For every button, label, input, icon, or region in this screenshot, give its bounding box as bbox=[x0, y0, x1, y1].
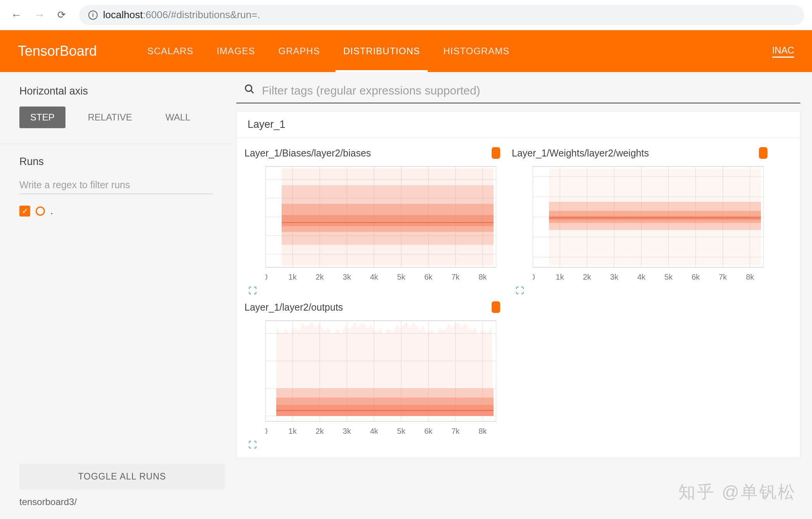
svg-text:5k: 5k bbox=[397, 273, 406, 281]
logo: TensorBoard bbox=[18, 43, 97, 59]
divider bbox=[0, 144, 232, 144]
axis-buttons: STEP RELATIVE WALL bbox=[19, 107, 213, 128]
sidebar: Horizontal axis STEP RELATIVE WALL Runs … bbox=[0, 72, 232, 519]
runs-title: Runs bbox=[19, 156, 213, 168]
axis-wall-button[interactable]: WALL bbox=[155, 107, 201, 128]
browser-bar: ← → ⟳ i localhost:6006/#distributions&ru… bbox=[0, 0, 812, 30]
chart-plot[interactable]: -4-202401k2k3k4k5k6k7k8k bbox=[533, 163, 764, 283]
expand-icon[interactable]: ⛶ bbox=[248, 440, 257, 450]
tab-images[interactable]: IMAGES bbox=[217, 30, 255, 72]
chart-run-badge[interactable] bbox=[492, 301, 500, 313]
header-tabs: SCALARS IMAGES GRAPHS DISTRIBUTIONS HIST… bbox=[147, 30, 509, 72]
info-icon[interactable]: i bbox=[88, 10, 98, 20]
svg-text:4k: 4k bbox=[637, 273, 646, 281]
svg-text:0: 0 bbox=[533, 273, 535, 281]
url-bar[interactable]: i localhost:6006/#distributions&run=. bbox=[79, 5, 804, 25]
chart-card: Layer_1/Weights/layer2/weights -4-202401… bbox=[508, 146, 771, 296]
svg-text:4k: 4k bbox=[370, 273, 378, 281]
run-item[interactable]: ✓ . bbox=[19, 205, 213, 217]
filter-row bbox=[236, 81, 800, 103]
axis-title: Horizontal axis bbox=[19, 85, 213, 97]
svg-text:3k: 3k bbox=[610, 273, 619, 281]
tab-graphs[interactable]: GRAPHS bbox=[279, 30, 320, 72]
svg-point-0 bbox=[246, 85, 252, 91]
expand-icon[interactable]: ⛶ bbox=[516, 286, 524, 296]
svg-text:6k: 6k bbox=[692, 273, 700, 281]
app-header: TensorBoard SCALARS IMAGES GRAPHS DISTRI… bbox=[0, 30, 812, 72]
group-header[interactable]: Layer_1 bbox=[236, 111, 800, 138]
tag-filter-input[interactable] bbox=[262, 84, 793, 97]
svg-text:5k: 5k bbox=[664, 273, 673, 281]
chart-plot[interactable]: -2-101201k2k3k4k5k6k7k8k bbox=[265, 163, 496, 283]
svg-text:7k: 7k bbox=[719, 273, 727, 281]
logdir-text: tensorboard3/ bbox=[19, 497, 213, 507]
content: Layer_1 Layer_1/Biases/layer2/biases -2-… bbox=[232, 72, 812, 519]
tab-scalars[interactable]: SCALARS bbox=[147, 30, 193, 72]
chart-title: Layer_1/Biases/layer2/biases bbox=[244, 148, 371, 159]
svg-text:1k: 1k bbox=[556, 273, 564, 281]
charts-grid: Layer_1/Biases/layer2/biases -2-101201k2… bbox=[236, 138, 800, 458]
chart-card: Layer_1/layer2/outputs 015030045001k2k3k… bbox=[241, 300, 504, 450]
runs-filter-input[interactable] bbox=[19, 176, 213, 194]
forward-icon[interactable]: → bbox=[31, 6, 48, 24]
svg-text:8k: 8k bbox=[746, 273, 754, 281]
url-text: localhost:6006/#distributions&run=. bbox=[103, 9, 260, 21]
chart-plot[interactable]: 015030045001k2k3k4k5k6k7k8k bbox=[265, 317, 496, 437]
svg-text:1k: 1k bbox=[289, 427, 297, 435]
chart-title: Layer_1/layer2/outputs bbox=[244, 302, 343, 313]
reload-icon[interactable]: ⟳ bbox=[54, 6, 69, 24]
watermark: 知乎 @单钒松 bbox=[678, 481, 797, 504]
svg-text:6k: 6k bbox=[424, 427, 433, 435]
chart-run-badge[interactable] bbox=[759, 147, 767, 159]
expand-icon[interactable]: ⛶ bbox=[248, 286, 257, 296]
svg-text:3k: 3k bbox=[343, 273, 351, 281]
run-label: . bbox=[50, 205, 53, 217]
svg-text:6k: 6k bbox=[424, 273, 433, 281]
axis-step-button[interactable]: STEP bbox=[19, 107, 65, 128]
run-color-swatch bbox=[36, 206, 45, 216]
svg-text:1k: 1k bbox=[289, 273, 297, 281]
svg-text:3k: 3k bbox=[343, 427, 351, 435]
svg-text:8k: 8k bbox=[478, 427, 487, 435]
search-icon bbox=[244, 84, 255, 97]
tab-histograms[interactable]: HISTOGRAMS bbox=[443, 30, 509, 72]
run-checkbox[interactable]: ✓ bbox=[19, 206, 30, 217]
tab-distributions[interactable]: DISTRIBUTIONS bbox=[343, 30, 420, 72]
svg-text:0: 0 bbox=[265, 427, 268, 435]
svg-text:7k: 7k bbox=[451, 427, 460, 435]
svg-text:2k: 2k bbox=[316, 273, 324, 281]
svg-text:4k: 4k bbox=[370, 427, 378, 435]
header-right-link[interactable]: INAC bbox=[772, 45, 794, 58]
chart-run-badge[interactable] bbox=[492, 147, 500, 159]
svg-text:2k: 2k bbox=[583, 273, 592, 281]
svg-rect-19 bbox=[282, 215, 494, 226]
svg-line-1 bbox=[251, 91, 254, 93]
svg-text:0: 0 bbox=[265, 273, 268, 281]
back-icon[interactable]: ← bbox=[8, 6, 25, 24]
toggle-all-runs-button[interactable]: TOGGLE ALL RUNS bbox=[19, 464, 225, 490]
svg-text:2k: 2k bbox=[316, 427, 324, 435]
chart-card: Layer_1/Biases/layer2/biases -2-101201k2… bbox=[241, 146, 504, 296]
axis-relative-button[interactable]: RELATIVE bbox=[77, 107, 143, 128]
svg-text:7k: 7k bbox=[451, 273, 460, 281]
chart-title: Layer_1/Weights/layer2/weights bbox=[512, 148, 649, 159]
svg-text:8k: 8k bbox=[478, 273, 487, 281]
svg-text:5k: 5k bbox=[397, 427, 406, 435]
